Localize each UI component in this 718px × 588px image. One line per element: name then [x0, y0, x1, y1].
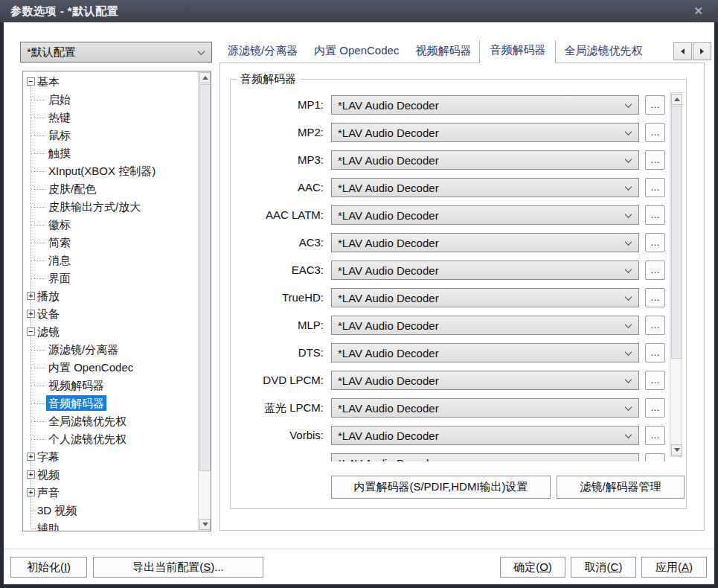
decoder-list-scrollbar[interactable]	[670, 92, 682, 457]
tree-item[interactable]: 启始	[23, 91, 194, 109]
decoder-select[interactable]: *LAV Audio Decoder	[331, 233, 639, 252]
tree-item[interactable]: 鼠标	[23, 127, 194, 144]
tree-item[interactable]: +视频	[23, 466, 194, 484]
expand-icon[interactable]: +	[27, 470, 35, 479]
decoder-browse-button[interactable]: …	[645, 398, 665, 418]
collapse-icon[interactable]: −	[27, 327, 35, 336]
initialize-button[interactable]: 初始化(I)	[10, 557, 87, 578]
expand-icon[interactable]: +	[27, 488, 35, 496]
ok-button[interactable]: 确定(O)	[500, 557, 565, 578]
profile-select[interactable]: *默认配置	[20, 42, 212, 63]
decoder-browse-button[interactable]: …	[645, 343, 665, 362]
decoder-select[interactable]: *LAV Audio Decoder	[331, 261, 639, 280]
tree-scrollbar[interactable]	[198, 71, 211, 531]
tree-item[interactable]: 3D 视频	[23, 502, 194, 520]
scroll-down-button[interactable]	[671, 444, 682, 456]
tab-2[interactable]: 内置 OpenCodec	[306, 40, 407, 63]
decoder-select-value: *LAV Audio Decoder	[338, 209, 439, 222]
decoder-browse-button[interactable]: …	[645, 371, 665, 390]
tab-scroll-left-button[interactable]	[673, 42, 692, 60]
tree-item[interactable]: 个人滤镜优先权	[23, 430, 194, 448]
scroll-up-button[interactable]	[199, 72, 211, 83]
decoder-select[interactable]: *LAV Audio Decoder	[331, 343, 639, 362]
chevron-down-icon	[625, 293, 632, 301]
tree-item[interactable]: 简索	[23, 234, 194, 252]
decoder-select[interactable]: *LAV Audio Decoder	[331, 205, 639, 225]
decoder-row-label: AAC LATM:	[231, 208, 324, 221]
tree-item[interactable]: −基本	[23, 73, 194, 91]
tree-item[interactable]: 视频解码器	[23, 377, 194, 394]
expand-icon[interactable]: +	[27, 292, 35, 300]
decoder-select[interactable]: *LAV Audio Decoder	[331, 316, 639, 335]
tree-connector	[31, 350, 45, 351]
decoder-select[interactable]: *LAV Audio Decoder	[331, 150, 639, 170]
export-config-button[interactable]: 导出当前配置(S)...	[93, 557, 263, 578]
close-icon[interactable]: ✕	[689, 4, 708, 18]
audio-decoder-group: 音频解码器 MP1:*LAV Audio Decoder…MP2:*LAV Au…	[230, 79, 687, 509]
tree-item[interactable]: +设备	[23, 305, 194, 323]
expand-icon[interactable]: +	[27, 310, 35, 318]
tab-3[interactable]: 视频解码器	[407, 40, 479, 63]
tab-4[interactable]: 音频解码器	[479, 40, 556, 63]
decoder-select[interactable]: *LAV Audio Decoder	[331, 123, 639, 142]
tab-1[interactable]: 源滤镜/分离器	[219, 40, 306, 63]
decoder-select[interactable]: *LAV Audio Decoder	[331, 178, 639, 197]
decoder-select[interactable]: *LAV Audio Decoder	[331, 95, 639, 115]
tree-item[interactable]: 皮肤/配色	[23, 180, 194, 198]
decoder-select[interactable]: *LAV Audio Decoder	[331, 288, 639, 307]
tree-item[interactable]: 全局滤镜优先权	[23, 412, 194, 430]
tree-item[interactable]: +字幕	[23, 448, 194, 466]
apply-button[interactable]: 应用(A)	[641, 557, 707, 578]
decoder-row-label: MP2:	[231, 126, 324, 138]
decoder-browse-button[interactable]: …	[645, 178, 665, 197]
decoder-select-value: *LAV Audio Decoder	[338, 127, 439, 139]
tree-item[interactable]: 源滤镜/分离器	[23, 341, 194, 359]
decoder-browse-button[interactable]: …	[645, 150, 665, 170]
tree-item[interactable]: 界面	[23, 269, 194, 287]
decoder-browse-button[interactable]: …	[645, 95, 665, 115]
decoder-select[interactable]: *LAV Audio Decoder	[331, 398, 639, 418]
scroll-down-button[interactable]	[199, 519, 211, 530]
tree-item[interactable]: 内置 OpenCodec	[23, 359, 194, 377]
decoder-browse-button[interactable]: …	[645, 426, 665, 445]
decoder-browse-button[interactable]: …	[645, 123, 665, 142]
decoder-browse-button[interactable]: …	[645, 453, 665, 461]
decoder-select[interactable]: *LAV Audio Decoder	[331, 426, 639, 445]
decoder-browse-button[interactable]: …	[645, 316, 665, 335]
collapse-icon[interactable]: −	[27, 77, 35, 86]
decoder-browse-button[interactable]: …	[645, 205, 665, 225]
tree-item[interactable]: 皮肤输出方式/放大	[23, 198, 194, 216]
tree-item[interactable]: 热键	[23, 109, 194, 127]
tree-item[interactable]: −滤镜	[23, 323, 194, 341]
scrollbar-thumb[interactable]	[671, 106, 682, 359]
tree-item-label: 基本	[35, 74, 62, 89]
decoder-browse-button[interactable]: …	[645, 288, 665, 307]
decoder-browse-button[interactable]: …	[645, 233, 665, 252]
decoder-select-value: *LAV Audio Decoder	[338, 237, 439, 249]
tree-item[interactable]: 徽标	[23, 216, 194, 234]
tree-item[interactable]: 辅助	[23, 520, 194, 531]
tab-5[interactable]: 全局滤镜优先权	[556, 40, 650, 63]
decoder-select[interactable]: *LAV Audio Decoder	[331, 371, 639, 390]
tree-connector	[31, 189, 45, 190]
tab-scroll-right-button[interactable]	[693, 42, 711, 60]
expand-icon[interactable]: +	[27, 453, 35, 461]
scroll-up-button[interactable]	[671, 94, 682, 105]
builtin-decoder-settings-button[interactable]: 内置解码器(S/PDIF,HDMI输出)设置	[331, 476, 551, 499]
decoder-select-value: *LAV Audio Decoder	[338, 347, 439, 359]
arrow-down-icon	[202, 523, 208, 526]
tree-item[interactable]: XInput(XBOX 控制器)	[23, 162, 194, 180]
tree-item-label: 全局滤镜优先权	[46, 413, 129, 429]
scrollbar-thumb[interactable]	[199, 84, 211, 471]
tree-item[interactable]: 音频解码器	[23, 394, 194, 412]
tree-item[interactable]: 消息	[23, 252, 194, 269]
filter-decoder-manager-button[interactable]: 滤镜/解码器管理	[557, 476, 685, 499]
decoder-select-value: *LAV Audio Decoder	[338, 182, 439, 194]
tree-item[interactable]: 触摸	[23, 144, 194, 162]
chevron-down-icon	[625, 431, 632, 438]
tree-item[interactable]: +播放	[23, 287, 194, 305]
decoder-browse-button[interactable]: …	[645, 261, 665, 280]
cancel-button[interactable]: 取消(C)	[571, 557, 636, 578]
decoder-select[interactable]: *LAV Audio Decoder	[331, 453, 639, 461]
tree-item[interactable]: +声音	[23, 484, 194, 502]
